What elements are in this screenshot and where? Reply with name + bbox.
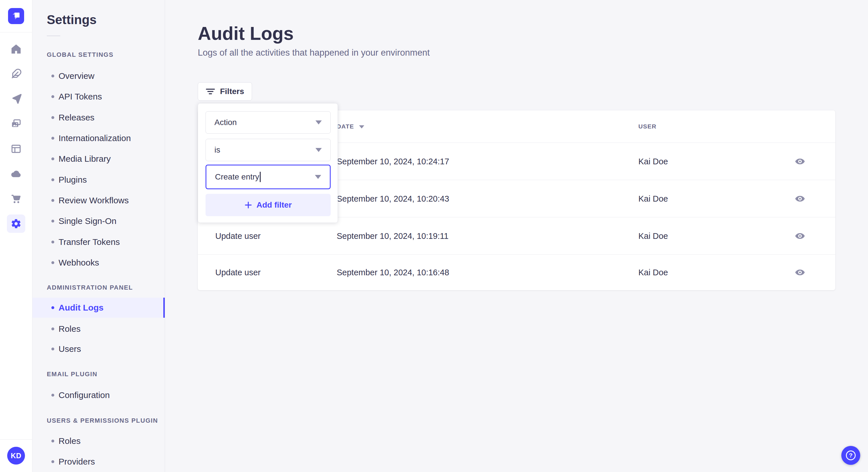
sidebar-item-audit-logs[interactable]: Audit Logs [32, 298, 165, 318]
view-details-eye-icon[interactable] [794, 156, 806, 167]
section-label-global-settings: GLOBAL SETTINGS [47, 51, 114, 59]
sidebar-item-media-library[interactable]: Media Library [32, 148, 165, 169]
sidebar-item-plugins[interactable]: Plugins [32, 169, 165, 190]
chevron-down-icon [315, 148, 322, 152]
divider [0, 32, 32, 32]
cell-date: September 10, 2024, 10:16:48 [337, 255, 449, 290]
filter-value-text: Create entry [215, 172, 259, 181]
filter-operator-select[interactable]: is [206, 139, 331, 161]
plus-icon [245, 201, 252, 209]
filter-icon [206, 88, 215, 96]
section-label-users-permissions-plugin: USERS & PERMISSIONS PLUGIN [47, 417, 158, 425]
filters-button[interactable]: Filters [198, 82, 252, 101]
page-subtitle: Logs of all the activities that happened… [198, 47, 430, 58]
help-button[interactable]: ? [841, 446, 860, 465]
divider [47, 36, 60, 36]
cell-date: September 10, 2024, 10:19:11 [337, 217, 448, 255]
table-row: Update user September 10, 2024, 10:16:48… [198, 255, 835, 290]
cell-action: Update user [215, 255, 260, 290]
cell-user: Kai Doe [639, 143, 668, 180]
filter-field-value: Action [214, 118, 237, 127]
cell-user: Kai Doe [639, 180, 668, 217]
paper-plane-icon[interactable] [10, 93, 22, 105]
section-label-administration-panel: ADMINISTRATION PANEL [47, 284, 133, 291]
home-icon[interactable] [10, 43, 22, 55]
sidebar-item-internationalization[interactable]: Internationalization [32, 128, 165, 148]
sidebar-item-webhooks[interactable]: Webhooks [32, 252, 165, 273]
chevron-down-icon [315, 121, 322, 125]
main-content: Audit Logs Logs of all the activities th… [165, 0, 868, 472]
cell-user: Kai Doe [639, 255, 668, 290]
column-header-date[interactable]: DATE [337, 110, 364, 142]
gear-icon[interactable] [7, 214, 25, 233]
sidebar-item-roles-up[interactable]: Roles [32, 431, 165, 451]
settings-subnav: Settings GLOBAL SETTINGS Overview API To… [32, 0, 165, 472]
question-mark-icon: ? [846, 450, 856, 460]
cell-user: Kai Doe [639, 217, 668, 255]
layout-icon[interactable] [10, 143, 22, 155]
sidebar-item-api-tokens[interactable]: API Tokens [32, 86, 165, 107]
column-header-user: USER [639, 110, 656, 142]
filter-value-select[interactable]: Create entry [206, 165, 331, 189]
add-filter-button[interactable]: Add filter [206, 194, 331, 216]
sidebar-item-review-workflows[interactable]: Review Workflows [32, 190, 165, 211]
feather-icon[interactable] [10, 68, 22, 80]
media-gallery-icon[interactable] [10, 118, 22, 130]
user-avatar[interactable]: KD [7, 447, 25, 465]
sidebar-item-providers[interactable]: Providers [32, 451, 165, 472]
view-details-eye-icon[interactable] [794, 193, 806, 204]
sidebar-item-transfer-tokens[interactable]: Transfer Tokens [32, 232, 165, 252]
add-filter-label: Add filter [257, 200, 292, 210]
chevron-down-icon [315, 175, 321, 179]
subnav-title: Settings [47, 12, 97, 27]
sidebar-item-roles-admin[interactable]: Roles [32, 318, 165, 339]
filter-popover: Action is Create entry Add filter [198, 103, 338, 223]
section-label-email-plugin: EMAIL PLUGIN [47, 370, 97, 378]
cart-icon[interactable] [10, 193, 22, 204]
filter-field-select[interactable]: Action [206, 111, 331, 134]
sidebar-item-users[interactable]: Users [32, 339, 165, 359]
cloud-icon[interactable] [10, 168, 22, 179]
filters-button-label: Filters [220, 87, 244, 96]
sort-desc-icon [359, 125, 364, 129]
cell-action: Update user [215, 217, 260, 255]
view-details-eye-icon[interactable] [794, 230, 806, 242]
strapi-logo[interactable] [8, 8, 24, 24]
main-nav-rail: KD [0, 0, 32, 472]
sidebar-item-overview[interactable]: Overview [32, 66, 165, 86]
sidebar-item-single-sign-on[interactable]: Single Sign-On [32, 211, 165, 231]
view-details-eye-icon[interactable] [794, 267, 806, 278]
page-title: Audit Logs [198, 23, 293, 44]
divider [0, 439, 32, 440]
cell-date: September 10, 2024, 10:20:43 [337, 180, 449, 217]
sidebar-item-configuration[interactable]: Configuration [32, 385, 165, 405]
cell-date: September 10, 2024, 10:24:17 [337, 143, 449, 180]
filter-operator-value: is [214, 145, 220, 155]
text-cursor [260, 172, 260, 182]
sidebar-item-releases[interactable]: Releases [32, 107, 165, 128]
